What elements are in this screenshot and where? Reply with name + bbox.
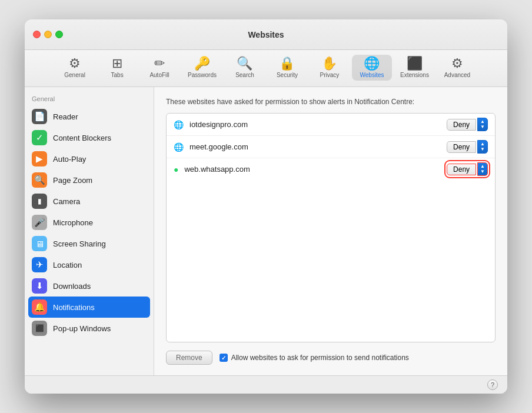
site-icon-0: 🌐 [174, 120, 184, 129]
tab-websites[interactable]: 🌐 Websites [352, 55, 392, 81]
passwords-icon: 🔑 [194, 57, 210, 70]
websites-label: Websites [360, 72, 384, 78]
site-icon-2: ● [174, 165, 178, 174]
passwords-label: Passwords [188, 72, 217, 78]
tab-privacy[interactable]: ✋ Privacy [310, 55, 350, 81]
minimize-button[interactable] [44, 31, 52, 38]
pagezoom-label: Page Zoom [53, 176, 92, 185]
site-name-2: web.whatsapp.com [184, 165, 441, 174]
screenshare-label: Screen Sharing [53, 239, 106, 248]
deny-arrows-1[interactable]: ▲ ▼ [477, 140, 488, 154]
sidebar-section-general: General [25, 93, 154, 106]
tab-passwords[interactable]: 🔑 Passwords [182, 55, 222, 81]
content-blockers-label: Content Blockers [53, 134, 111, 142]
arrow-up-2: ▲ [480, 164, 485, 169]
location-label: Location [53, 261, 82, 269]
camera-label: Camera [53, 197, 80, 206]
allow-label: Allow websites to ask for permission to … [231, 354, 409, 362]
autoplay-label: Auto-Play [53, 155, 86, 164]
deny-button-1[interactable]: Deny [447, 141, 476, 153]
checkmark-icon: ✓ [221, 355, 226, 361]
sidebar-item-auto-play[interactable]: ▶ Auto-Play [25, 148, 154, 169]
tabs-icon: ⊞ [112, 57, 122, 70]
toolbar: ⚙ General ⊞ Tabs ✏ AutoFill 🔑 Passwords … [25, 50, 507, 87]
camera-icon: ▮ [32, 194, 47, 209]
tab-tabs[interactable]: ⊞ Tabs [97, 55, 137, 81]
popup-icon: ⬛ [32, 321, 47, 336]
sidebar-item-downloads[interactable]: ⬇ Downloads [25, 275, 154, 297]
extensions-icon: ⬛ [407, 57, 423, 70]
notifications-icon: 🔔 [32, 299, 47, 315]
sidebar-item-screen-sharing[interactable]: 🖥 Screen Sharing [25, 233, 154, 254]
popup-label: Pop-up Windows [53, 324, 111, 333]
deny-arrows-2[interactable]: ▲ ▼ [477, 162, 488, 176]
deny-selector-1[interactable]: Deny ▲ ▼ [447, 140, 488, 154]
tab-search[interactable]: 🔍 Search [225, 55, 265, 81]
microphone-icon: 🎤 [32, 215, 47, 230]
arrow-up-0: ▲ [480, 119, 485, 124]
sidebar-item-location[interactable]: ✈ Location [25, 254, 154, 275]
tab-general[interactable]: ⚙ General [55, 55, 95, 81]
maximize-button[interactable] [55, 31, 63, 38]
site-name-1: meet.google.com [189, 142, 441, 151]
site-icon-1: 🌐 [174, 142, 184, 152]
tabs-label: Tabs [111, 72, 124, 78]
location-icon: ✈ [32, 257, 47, 272]
tab-security[interactable]: 🔒 Security [267, 55, 307, 81]
content-area: General 📄 Reader ✓ Content Blockers ▶ Au… [25, 87, 507, 375]
deny-arrows-0[interactable]: ▲ ▼ [477, 118, 488, 131]
advanced-label: Advanced [444, 72, 470, 78]
tab-autofill[interactable]: ✏ AutoFill [139, 55, 179, 81]
security-label: Security [277, 72, 298, 78]
autofill-icon: ✏ [154, 57, 165, 70]
table-row: 🌐 iotdesignpro.com Deny ▲ ▼ [167, 114, 495, 136]
deny-selector-0[interactable]: Deny ▲ ▼ [447, 118, 488, 131]
security-icon: 🔒 [279, 57, 295, 70]
help-button[interactable]: ? [487, 379, 498, 390]
table-row: ● web.whatsapp.com Deny ▲ ▼ [167, 158, 495, 180]
tab-advanced[interactable]: ⚙ Advanced [437, 55, 477, 81]
titlebar: Websites [25, 19, 507, 50]
sidebar-item-camera[interactable]: ▮ Camera [25, 191, 154, 212]
sidebar-item-content-blockers[interactable]: ✓ Content Blockers [25, 127, 154, 148]
allow-checkbox[interactable]: ✓ [220, 354, 228, 362]
allow-checkbox-row[interactable]: ✓ Allow websites to ask for permission t… [220, 354, 409, 362]
content-blockers-icon: ✓ [32, 130, 47, 145]
notifications-label: Notifications [53, 303, 95, 312]
autoplay-icon: ▶ [32, 151, 47, 166]
sidebar: General 📄 Reader ✓ Content Blockers ▶ Au… [25, 87, 154, 375]
reader-label: Reader [53, 112, 78, 121]
extensions-label: Extensions [400, 72, 429, 78]
remove-button[interactable]: Remove [166, 351, 212, 365]
websites-table: 🌐 iotdesignpro.com Deny ▲ ▼ 🌐 meet.googl… [166, 113, 496, 342]
deny-button-0[interactable]: Deny [447, 119, 476, 131]
arrow-down-2: ▼ [480, 169, 485, 174]
deny-selector-2[interactable]: Deny ▲ ▼ [447, 162, 488, 176]
deny-button-2[interactable]: Deny [447, 164, 476, 175]
bottom-bar: Remove ✓ Allow websites to ask for permi… [166, 348, 496, 365]
sidebar-item-microphone[interactable]: 🎤 Microphone [25, 212, 154, 233]
arrow-down-1: ▼ [480, 147, 485, 152]
general-label: General [64, 72, 85, 78]
autofill-label: AutoFill [149, 72, 169, 78]
reader-icon: 📄 [32, 109, 47, 124]
sidebar-item-page-zoom[interactable]: 🔍 Page Zoom [25, 169, 154, 191]
table-row: 🌐 meet.google.com Deny ▲ ▼ [167, 136, 495, 158]
search-label: Search [235, 72, 254, 78]
screenshare-icon: 🖥 [32, 236, 47, 251]
pagezoom-icon: 🔍 [32, 172, 47, 188]
search-icon: 🔍 [237, 57, 252, 70]
downloads-label: Downloads [53, 282, 91, 291]
arrow-down-0: ▼ [480, 125, 485, 129]
main-window: Websites ⚙ General ⊞ Tabs ✏ AutoFill 🔑 P… [25, 19, 507, 394]
sidebar-item-popup-windows[interactable]: ⬛ Pop-up Windows [25, 318, 154, 339]
advanced-icon: ⚙ [451, 57, 463, 70]
sidebar-item-notifications[interactable]: 🔔 Notifications [28, 297, 150, 318]
websites-icon: 🌐 [364, 57, 380, 70]
privacy-label: Privacy [320, 72, 340, 78]
close-button[interactable] [33, 31, 41, 38]
site-name-0: iotdesignpro.com [189, 120, 441, 129]
main-panel: These websites have asked for permission… [154, 87, 507, 375]
tab-extensions[interactable]: ⬛ Extensions [394, 55, 435, 81]
sidebar-item-reader[interactable]: 📄 Reader [25, 106, 154, 127]
